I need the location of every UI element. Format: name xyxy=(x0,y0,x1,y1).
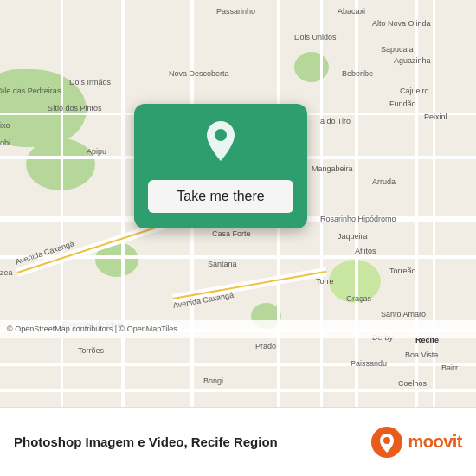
map-label: Fundão xyxy=(389,100,416,108)
map-label: Vale das Pedreiras xyxy=(0,87,61,95)
map-label: Passarinho xyxy=(216,7,255,16)
map-label: a do Tiro xyxy=(320,117,351,125)
copyright-strip: © OpenStreetMap contributors | © OpenMap… xyxy=(0,320,476,338)
road-h6 xyxy=(0,363,476,366)
map-label: Apipu xyxy=(87,147,106,156)
road-h7 xyxy=(0,389,476,392)
map-label: zea xyxy=(0,268,13,277)
map-label: Torre xyxy=(316,277,334,286)
map-label: Bairr xyxy=(441,363,458,372)
map-label: Alto Nova Olinda xyxy=(372,19,431,28)
map-label: Prado xyxy=(255,342,276,351)
map-label: Aguazinha xyxy=(394,56,431,65)
map-label: Peixinl xyxy=(424,113,447,121)
map-label: Arruda xyxy=(372,177,396,186)
map-label: Rosarinho Hipódromo xyxy=(320,215,396,223)
card-overlay: Take me there xyxy=(134,104,307,228)
map-label: Dois Unidos xyxy=(294,33,337,42)
map-label: Paissandu xyxy=(351,359,387,368)
location-title: Photoshop Imagem e Video, Recife Region xyxy=(14,434,371,449)
road-v4 xyxy=(355,0,358,407)
moovit-logo: moovit xyxy=(371,427,462,458)
map-label: Sapucaia xyxy=(381,45,414,54)
map-label: Mangabeira xyxy=(312,164,353,173)
svg-point-0 xyxy=(215,129,227,141)
map-label: Torreão xyxy=(389,267,416,275)
map-label: Bongi xyxy=(203,376,223,385)
bottom-info: Photoshop Imagem e Video, Recife Region xyxy=(14,434,371,449)
map-label: Santo Amaro xyxy=(381,310,426,318)
map-label: Nova Descoberta xyxy=(169,69,229,78)
map-label: Boa Vista xyxy=(405,351,438,359)
map-label: Torrões xyxy=(78,346,104,355)
moovit-icon xyxy=(371,427,402,458)
take-me-there-button[interactable]: Take me there xyxy=(148,180,293,213)
park-area-5 xyxy=(294,52,329,82)
location-pin-icon xyxy=(201,121,241,168)
road-v7 xyxy=(433,0,435,407)
map-label: Abacaxi xyxy=(338,7,365,16)
svg-point-2 xyxy=(383,437,390,444)
road-v8 xyxy=(320,0,323,407)
map-label: Beberibe xyxy=(342,69,373,78)
map-label: Jaqueira xyxy=(338,232,368,241)
map-label: Coelhos xyxy=(398,379,427,388)
map-label: Casa Forte xyxy=(212,229,251,238)
road-v5 xyxy=(61,0,63,407)
map-label: ixo xyxy=(0,121,10,130)
bottom-bar: Photoshop Imagem e Video, Recife Region … xyxy=(0,407,476,476)
map-label: Sítio dos Pintos xyxy=(48,104,102,113)
map-label: Dois Irmãos xyxy=(69,78,111,87)
map-label: Santana xyxy=(208,260,237,268)
moovit-text: moovit xyxy=(408,432,462,452)
road-v1 xyxy=(121,0,125,407)
map-label: Graças xyxy=(346,294,371,303)
map-label: Cajueiro xyxy=(400,87,429,95)
copyright-text: © OpenStreetMap contributors | © OpenMap… xyxy=(7,325,177,333)
map-container: PassarinhoAbacaxiAlto Nova OlindaDois Un… xyxy=(0,0,476,407)
map-label: Aflitos xyxy=(355,247,376,255)
map-label: obi xyxy=(0,138,10,147)
